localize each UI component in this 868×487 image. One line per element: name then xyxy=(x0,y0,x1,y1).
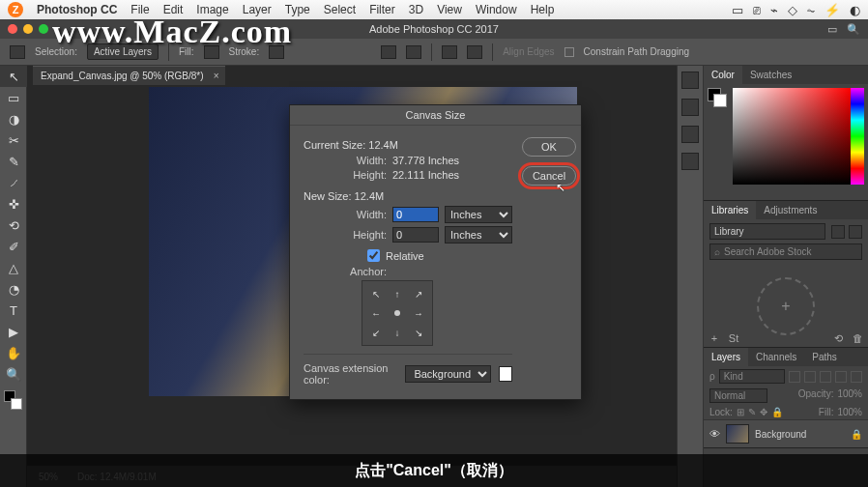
library-dropdown[interactable]: Library xyxy=(709,223,825,240)
extension-color-dropdown[interactable]: Background xyxy=(405,365,491,383)
filter-icon[interactable] xyxy=(851,371,862,383)
relative-checkbox[interactable] xyxy=(367,249,380,262)
library-search-input[interactable]: ⌕ Search Adobe Stock xyxy=(709,244,862,260)
layer-name[interactable]: Background xyxy=(755,429,806,440)
menu-file[interactable]: File xyxy=(130,3,149,16)
tab-channels[interactable]: Channels xyxy=(748,348,804,366)
lock-icon[interactable]: ✥ xyxy=(760,407,767,417)
close-tab-icon[interactable]: × xyxy=(214,71,219,81)
opacity-value[interactable]: 100% xyxy=(837,388,862,403)
add-icon[interactable]: + xyxy=(708,331,721,345)
foreground-background-swatch[interactable] xyxy=(4,390,22,410)
align-icon[interactable] xyxy=(381,45,396,59)
trash-icon[interactable]: 🗑 xyxy=(851,331,864,345)
stroke-swatch[interactable] xyxy=(269,45,284,59)
selection-dropdown[interactable]: Active Layers xyxy=(87,43,159,60)
menu-layer[interactable]: Layer xyxy=(243,3,272,16)
width-unit-dropdown[interactable]: Inches xyxy=(445,206,512,223)
pathops-icon[interactable] xyxy=(442,45,457,59)
filter-icon[interactable] xyxy=(804,371,816,383)
pen-tool[interactable]: ◔ xyxy=(0,278,27,300)
constrain-checkbox[interactable] xyxy=(564,47,574,57)
brush-tool[interactable]: ⟋ xyxy=(0,172,27,193)
search-icon[interactable]: 🔍 xyxy=(847,23,860,36)
close-icon[interactable] xyxy=(8,24,17,34)
path-tool[interactable]: ▶ xyxy=(0,321,27,342)
status-icon[interactable]: ⎚ xyxy=(753,3,761,17)
lasso-tool[interactable]: ◑ xyxy=(0,108,27,129)
hand-tool[interactable]: ✋ xyxy=(0,342,27,363)
filter-icon[interactable] xyxy=(820,371,831,383)
lock-icon[interactable]: 🔒 xyxy=(771,407,783,417)
cancel-button[interactable]: Cancel ↖ xyxy=(522,166,576,186)
height-input[interactable] xyxy=(392,227,439,243)
pencil-tool[interactable]: ✐ xyxy=(0,236,27,257)
lock-icon[interactable]: ⊞ xyxy=(737,407,744,417)
menu-type[interactable]: Type xyxy=(285,3,310,16)
menu-help[interactable]: Help xyxy=(531,3,555,16)
menu-view[interactable]: View xyxy=(437,3,462,16)
menu-edit[interactable]: Edit xyxy=(163,3,184,16)
tool-preset-icon[interactable] xyxy=(10,45,25,59)
tab-color[interactable]: Color xyxy=(704,66,742,84)
filter-icon[interactable] xyxy=(835,371,847,383)
tab-libraries[interactable]: Libraries xyxy=(704,201,756,219)
blend-mode-dropdown[interactable]: Normal xyxy=(709,388,767,403)
anchor-grid[interactable]: ↖↑↗ ←→ ↙↓↘ xyxy=(362,280,433,346)
menu-filter[interactable]: Filter xyxy=(369,3,395,16)
document-tab[interactable]: Expand_Canvas.jpg @ 50% (RGB/8*) × xyxy=(33,66,225,85)
fill-pct-value[interactable]: 100% xyxy=(837,407,862,417)
sync-icon[interactable]: ⟲ xyxy=(831,331,845,345)
window-controls[interactable] xyxy=(8,24,48,34)
status-icon[interactable]: ⏦ xyxy=(807,3,815,17)
marquee-tool[interactable]: ▭ xyxy=(0,87,27,108)
clone-tool[interactable]: ⟲ xyxy=(0,215,27,236)
status-icon[interactable]: ◐ xyxy=(850,3,860,17)
tab-paths[interactable]: Paths xyxy=(804,348,845,366)
battery-icon[interactable]: ⚡ xyxy=(825,3,840,17)
extension-color-swatch[interactable] xyxy=(499,366,512,382)
add-to-library-button[interactable]: + xyxy=(757,277,815,335)
panel-icon[interactable] xyxy=(681,126,699,143)
list-view-icon[interactable] xyxy=(849,225,862,239)
mini-swatch[interactable] xyxy=(708,88,727,107)
hue-slider[interactable] xyxy=(851,88,864,185)
menubar-app-name[interactable]: Photoshop CC xyxy=(37,3,117,16)
align-icon[interactable] xyxy=(406,45,421,59)
minimize-icon[interactable] xyxy=(23,24,33,34)
grid-view-icon[interactable] xyxy=(831,225,845,239)
color-field[interactable] xyxy=(733,88,851,185)
move-tool[interactable]: ↖ xyxy=(0,66,27,87)
status-icon[interactable]: ⌁ xyxy=(770,3,778,17)
kind-filter[interactable]: Kind xyxy=(719,369,785,384)
eyedropper-tool[interactable]: ✎ xyxy=(0,151,27,172)
layer-row[interactable]: 👁 Background 🔒 xyxy=(704,419,868,447)
ok-button[interactable]: OK xyxy=(522,137,576,157)
tab-adjustments[interactable]: Adjustments xyxy=(756,201,825,219)
workspace-icon[interactable]: ▭ xyxy=(827,23,837,36)
panel-icon[interactable] xyxy=(681,153,699,170)
stock-icon[interactable]: St xyxy=(727,331,740,345)
menu-window[interactable]: Window xyxy=(476,3,517,16)
zoom-tool[interactable]: 🔍 xyxy=(0,363,27,385)
tab-swatches[interactable]: Swatches xyxy=(742,66,799,84)
menu-image[interactable]: Image xyxy=(196,3,228,16)
filter-icon[interactable] xyxy=(789,371,800,383)
fill-swatch[interactable] xyxy=(204,45,219,59)
menu-select[interactable]: Select xyxy=(324,3,356,16)
tab-layers[interactable]: Layers xyxy=(704,348,748,366)
visibility-icon[interactable]: 👁 xyxy=(709,428,720,440)
height-unit-dropdown[interactable]: Inches xyxy=(445,226,512,244)
wifi-icon[interactable]: ◇ xyxy=(788,3,797,17)
width-input[interactable] xyxy=(392,207,439,222)
crop-tool[interactable]: ✂ xyxy=(0,129,27,151)
type-tool[interactable]: T xyxy=(0,300,27,321)
pathops-icon[interactable] xyxy=(467,45,482,59)
lock-icon[interactable]: ✎ xyxy=(748,407,756,417)
panel-icon[interactable] xyxy=(681,72,699,89)
healing-tool[interactable]: ✜ xyxy=(0,193,27,215)
gradient-tool[interactable]: △ xyxy=(0,257,27,278)
menu-3d[interactable]: 3D xyxy=(409,3,423,16)
status-icon[interactable]: ▭ xyxy=(732,3,743,17)
lock-icon[interactable]: 🔒 xyxy=(851,429,862,440)
